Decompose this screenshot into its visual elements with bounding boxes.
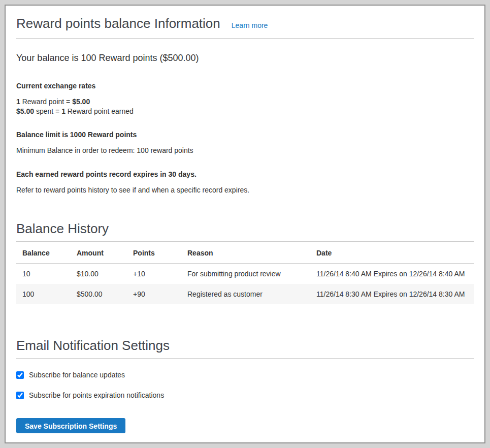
subscribe-balance-updates-label[interactable]: Subscribe for balance updates [29, 371, 125, 379]
email-settings-divider [16, 358, 474, 359]
expiry-note: Refer to reward points history to see if… [16, 186, 474, 194]
rate1-points: 1 [16, 98, 20, 106]
cell-points: +90 [127, 284, 181, 304]
learn-more-link[interactable]: Learn more [232, 21, 268, 29]
rate2-points: 1 [61, 107, 66, 115]
balance-history-heading: Balance History [16, 221, 474, 236]
table-header-row: Balance Amount Points Reason Date [16, 242, 474, 264]
page-title: Reward points balance Information [16, 16, 220, 31]
column-header-date: Date [310, 242, 474, 264]
rate2-suffix: Reward point earned [66, 107, 134, 115]
cell-points: +10 [127, 264, 181, 284]
balance-limit-heading: Balance limit is 1000 Reward points [16, 131, 474, 139]
minimum-balance-line: Minimum Balance in order to redeem: 100 … [16, 146, 474, 154]
header-divider [16, 38, 474, 39]
save-subscription-settings-button[interactable]: Save Subscription Settings [16, 418, 125, 433]
column-header-amount: Amount [71, 242, 127, 264]
expiry-heading: Each earned reward points record expires… [16, 170, 474, 178]
exchange-rates: 1 Reward point = $5.00 $5.00 spent = 1 R… [16, 97, 474, 116]
exchange-rates-heading: Current exchange rates [16, 82, 474, 90]
table-row: 10 $10.00 +10 For submitting product rev… [16, 264, 474, 284]
exchange-rate-line-2: $5.00 spent = 1 Reward point earned [16, 107, 474, 116]
cell-amount: $500.00 [71, 284, 127, 304]
subscribe-expiration-label[interactable]: Subscribe for points expiration notifica… [29, 391, 164, 399]
cell-reason: Registered as customer [181, 284, 310, 304]
column-header-balance: Balance [16, 242, 71, 264]
subscribe-balance-updates-row: Subscribe for balance updates [16, 371, 474, 379]
cell-balance: 100 [16, 284, 71, 304]
column-header-points: Points [127, 242, 181, 264]
subscribe-balance-updates-checkbox[interactable] [16, 371, 24, 379]
rate2-amount: $5.00 [16, 107, 34, 115]
rate1-text: Reward point = [20, 98, 72, 106]
exchange-rate-line-1: 1 Reward point = $5.00 [16, 97, 474, 107]
cell-amount: $10.00 [71, 264, 127, 284]
page-header: Reward points balance Information Learn … [16, 16, 474, 31]
cell-date: 11/26/14 8:40 AM Expires on 12/26/14 8:4… [310, 264, 474, 284]
subscribe-expiration-row: Subscribe for points expiration notifica… [16, 391, 474, 399]
cell-reason: For submitting product review [181, 264, 310, 284]
page-frame: Reward points balance Information Learn … [5, 5, 485, 443]
subscribe-expiration-checkbox[interactable] [16, 392, 24, 399]
rate1-amount: $5.00 [72, 98, 90, 106]
balance-history-divider [16, 241, 474, 242]
balance-history-table: Balance Amount Points Reason Date 10 $10… [16, 242, 474, 304]
balance-summary: Your balance is 100 Reward points ($500.… [16, 52, 474, 63]
email-settings-heading: Email Notification Settings [16, 338, 474, 353]
cell-date: 11/26/14 8:30 AM Expires on 12/26/14 8:3… [310, 284, 474, 304]
column-header-reason: Reason [181, 242, 310, 264]
rate2-text: spent = [34, 107, 61, 115]
cell-balance: 10 [16, 264, 71, 284]
table-row: 100 $500.00 +90 Registered as customer 1… [16, 284, 474, 304]
page-content: Reward points balance Information Learn … [6, 6, 484, 433]
